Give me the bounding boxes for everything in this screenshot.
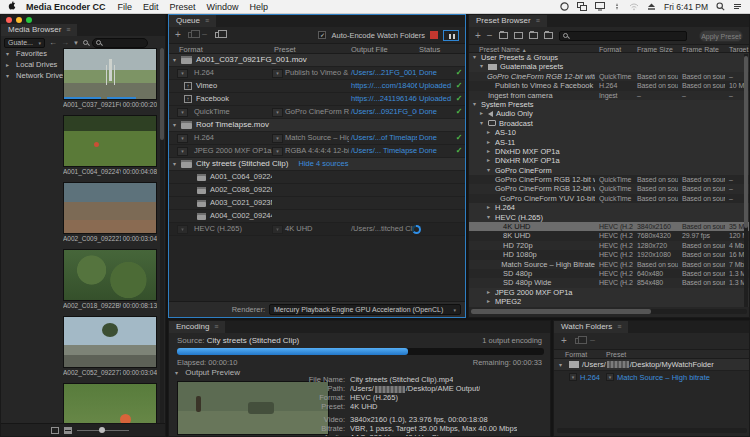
queue-row[interactable]: ↑ ▾ QuickTime ▾ GoPro CineForm RGB 12...… bbox=[169, 106, 465, 119]
add-source-button[interactable]: + bbox=[175, 30, 181, 40]
preset-row[interactable]: ▾ System Presets bbox=[469, 100, 749, 109]
preset-row[interactable]: ▸ MPEG2 bbox=[469, 297, 749, 306]
queue-row[interactable]: ↑ ▾ H.264 ▾ Match Source – High bitr... … bbox=[169, 132, 465, 145]
column-frame-rate[interactable]: Frame Rate bbox=[678, 45, 725, 52]
clip-thumbnail[interactable] bbox=[63, 316, 157, 368]
preset-row[interactable]: ▸ JPEG 2000 MXF OP1a bbox=[469, 288, 749, 297]
output-file-link[interactable]: /Users/... Timelapse_1.mxf bbox=[351, 146, 417, 155]
tree-item[interactable]: ▾ Network Drives bbox=[1, 70, 61, 81]
remove-button[interactable]: − bbox=[202, 30, 208, 40]
preset-settings-button[interactable] bbox=[514, 32, 523, 39]
tab-preset-browser[interactable]: Preset Browser ≡ bbox=[469, 15, 547, 27]
tab-encoding[interactable]: Encoding ≡ bbox=[169, 321, 225, 333]
media-source-dropdown[interactable]: Guate... ▾ bbox=[4, 38, 45, 48]
preset-dropdown[interactable]: ▾ bbox=[272, 147, 283, 156]
tab-queue[interactable]: Queue ≡ bbox=[169, 15, 216, 27]
output-file-link[interactable]: /Users/...0921FG_001.mov bbox=[351, 107, 417, 116]
import-preset-button[interactable] bbox=[529, 32, 538, 39]
preset-label[interactable]: RGBA 4:4:4:4 12-bit (BC... bbox=[285, 145, 349, 157]
preset-row[interactable]: GoPro CineForm RGB 12-bit with alpha (Al… bbox=[469, 72, 749, 81]
media-search-box[interactable] bbox=[92, 38, 148, 48]
close-window-button[interactable] bbox=[6, 17, 12, 23]
add-watch-folder-button[interactable]: + bbox=[561, 336, 567, 346]
hide-sources-link[interactable]: Hide 4 sources bbox=[298, 158, 348, 170]
twirl-icon[interactable]: ▸ bbox=[487, 156, 495, 165]
apple-menu-icon[interactable] bbox=[8, 1, 16, 12]
preset-row[interactable]: ▾ Broadcast bbox=[469, 119, 749, 128]
preset-dropdown[interactable]: ▾ bbox=[272, 225, 283, 234]
minimize-window-button[interactable] bbox=[16, 17, 22, 23]
export-preset-button[interactable] bbox=[544, 32, 553, 39]
preset-label[interactable]: Publish to Vimeo & Face... bbox=[285, 67, 349, 79]
panel-menu-icon[interactable]: ≡ bbox=[214, 321, 218, 333]
twirl-icon[interactable]: ▸ bbox=[487, 147, 495, 156]
format-dropdown[interactable]: ▾ bbox=[177, 134, 188, 143]
preset-row[interactable]: SD 480p HEVC (H.265) 640x480 Based on so… bbox=[469, 269, 749, 278]
tree-item[interactable]: ▸ Local Drives bbox=[1, 59, 61, 70]
format-dropdown[interactable]: ▾ bbox=[177, 147, 188, 156]
format-label[interactable]: QuickTime bbox=[194, 106, 230, 118]
keyboard-brightness-icon[interactable] bbox=[613, 2, 621, 11]
preset-row[interactable]: ▸ Audio Only bbox=[469, 109, 749, 118]
queue-row[interactable]: ▾ ↑ ▾ A001_C037_0921FG_001.mov ▾ bbox=[169, 54, 465, 67]
preset-row[interactable]: ▸ H.264 bbox=[469, 203, 749, 212]
panel-menu-icon[interactable]: ≡ bbox=[536, 15, 540, 27]
notification-center-icon[interactable] bbox=[733, 2, 742, 11]
watch-folders-scrollbar[interactable] bbox=[557, 428, 747, 433]
media-clip[interactable]: A001_C037_0921FG... 00:00:00:20 bbox=[63, 48, 157, 109]
twirl-icon[interactable]: ▾ bbox=[559, 361, 567, 368]
list-view-icon[interactable] bbox=[51, 427, 59, 434]
twirl-icon[interactable]: ▾ bbox=[480, 62, 488, 71]
queue-row[interactable]: ↑ ▾ A003_C021_0923NJ_001 ▾ bbox=[169, 197, 465, 210]
preset-label[interactable]: 4K UHD bbox=[285, 223, 313, 235]
preset-dropdown[interactable]: ▾ bbox=[272, 69, 283, 78]
column-preset-name[interactable]: Preset Name ▲ bbox=[469, 45, 595, 52]
panel-menu-icon[interactable]: ≡ bbox=[205, 15, 209, 27]
queue-row[interactable]: ↑ ▾ H.264 ▾ Publish to Vimeo & Face... /… bbox=[169, 67, 465, 80]
media-search-input[interactable] bbox=[104, 39, 144, 47]
twirl-icon[interactable]: ▸ bbox=[487, 138, 495, 147]
preset-row[interactable]: ▸ AS-11 bbox=[469, 138, 749, 147]
preset-row[interactable]: 4K UHD HEVC (H.265) 3840x2160 Based on s… bbox=[469, 222, 749, 231]
queue-row[interactable]: ↑ ▾ JPEG 2000 MXF OP1a ▾ RGBA 4:4:4:4 12… bbox=[169, 145, 465, 158]
duplicate-button[interactable] bbox=[215, 32, 222, 38]
media-clip[interactable]: A001_C064_09224Y_... 00:00:04:08 bbox=[63, 115, 157, 176]
queue-row[interactable]: ▾ ↑ ▾ Roof Timelapse.mov ▾ bbox=[169, 119, 465, 132]
output-file-link[interactable]: /Users/...titched Clip).mp4 bbox=[351, 224, 417, 233]
queue-row[interactable]: ↑ ▾ A002_C086_09220G_001 ▾ bbox=[169, 184, 465, 197]
clip-thumbnail[interactable] bbox=[63, 249, 157, 301]
twirl-icon[interactable]: ▸ bbox=[480, 109, 488, 118]
twirl-icon[interactable]: ▸ bbox=[487, 297, 495, 306]
preset-row[interactable]: ▾ Guatemala presets bbox=[469, 62, 749, 71]
preset-row[interactable]: Match Source – High Bitrate HEVC (H.265)… bbox=[469, 260, 749, 269]
wifi-icon[interactable] bbox=[629, 2, 639, 11]
preset-dropdown[interactable]: ▾ bbox=[606, 373, 614, 381]
auto-encode-checkbox[interactable]: ✓ bbox=[318, 31, 326, 39]
pause-queue-button[interactable] bbox=[443, 30, 459, 41]
queue-row[interactable]: ↑ ▾ Vimeo ▾ https://....com/184066142 Up… bbox=[169, 80, 465, 93]
thumbnail-size-slider[interactable] bbox=[77, 430, 129, 431]
back-button[interactable]: ← bbox=[49, 38, 57, 48]
format-label[interactable]: JPEG 2000 MXF OP1a bbox=[194, 145, 272, 157]
twirl-icon[interactable]: ▸ bbox=[487, 288, 495, 297]
twirl-icon[interactable]: ▾ bbox=[173, 158, 181, 170]
new-group-button[interactable] bbox=[499, 32, 508, 39]
watch-preset[interactable]: Match Source – High bitrate bbox=[617, 373, 710, 382]
output-file-link[interactable]: https://...24119614602283 bbox=[351, 94, 417, 103]
media-clip[interactable]: A002_C009_092221_... 00:00:03:04 bbox=[63, 182, 157, 243]
format-label[interactable]: HEVC (H.265) bbox=[194, 223, 242, 235]
watch-folder-output-row[interactable]: ▾ H.264 ▾ Match Source – High bitrate bbox=[554, 371, 749, 383]
tree-item[interactable]: ▾ Favorites bbox=[1, 48, 61, 59]
queue-row[interactable]: ↑ ▾ A001_C064_09224Y_001 ▾ bbox=[169, 171, 465, 184]
add-output-button[interactable] bbox=[188, 32, 195, 38]
preset-row[interactable]: GoPro CineForm RGB 12-bit with alpha Qui… bbox=[469, 175, 749, 184]
menu-file[interactable]: File bbox=[118, 2, 133, 12]
format-dropdown[interactable]: ▾ bbox=[177, 108, 188, 117]
tab-media-browser[interactable]: Media Browser ≡ bbox=[1, 24, 77, 36]
watch-folder-settings-button[interactable] bbox=[575, 338, 582, 344]
clip-thumbnail[interactable] bbox=[63, 115, 157, 167]
stop-queue-button[interactable] bbox=[430, 31, 438, 39]
output-file-link[interactable]: https://....com/184066142 bbox=[351, 81, 417, 90]
scrollbar-thumb[interactable] bbox=[160, 48, 164, 140]
format-dropdown[interactable]: ▾ bbox=[177, 225, 188, 234]
